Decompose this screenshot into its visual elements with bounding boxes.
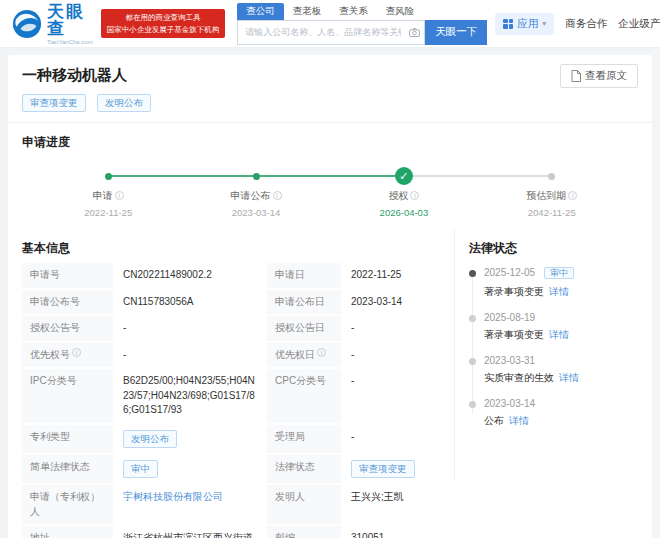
- nav-enterprise-products[interactable]: 企业级产品 ▾: [618, 17, 660, 31]
- apps-grid-icon: [503, 19, 513, 29]
- legal-status-section: 法律状态 2025-12-05 审中 著录事项变更详情 2025-08-19 著…: [454, 229, 638, 479]
- detail-link[interactable]: 详情: [549, 329, 569, 340]
- info-value-address: 浙江省杭州市滨江区西兴街道东流路88号1幢306室: [115, 526, 265, 538]
- document-icon: [571, 70, 581, 82]
- step-dot: [253, 173, 260, 180]
- basic-info-table: 申请号 CN202211489002.2 申请日 2022-11-25 申请公布…: [22, 263, 442, 538]
- status-badge: 审中: [544, 267, 574, 279]
- info-value-ipc-class: B62D25/00;H04N23/55;H04N23/57;H04N23/698…: [115, 369, 265, 423]
- applicant-link[interactable]: 宇树科技股份有限公司: [115, 485, 265, 524]
- logo-eye-icon: [12, 9, 42, 39]
- info-icon[interactable]: i: [410, 191, 419, 200]
- info-value-patent-type: 发明公布: [115, 425, 265, 453]
- search-tabs: 查公司 查老板 查关系 查风险: [237, 3, 487, 20]
- promo-line1: 都在用的商业查询工具: [107, 12, 220, 23]
- info-label: CPC分类号: [267, 369, 341, 423]
- logo-subtext: TianYanCha.com: [47, 39, 93, 45]
- info-value-application-number: CN202211489002.2: [115, 263, 265, 288]
- info-label: 申请号: [22, 263, 113, 288]
- promo-line2: 国家中小企业发展子基金旗下机构: [107, 24, 220, 35]
- view-original-button[interactable]: 查看原文: [560, 64, 638, 88]
- logo-text: 天眼查: [47, 3, 93, 37]
- top-navbar: 天眼查 TianYanCha.com 都在用的商业查询工具 国家中小企业发展子基…: [0, 0, 660, 48]
- progress-step-publication: 申请公布i 2023-03-14: [201, 165, 311, 218]
- search-tab-risk[interactable]: 查风险: [377, 3, 424, 20]
- progress-step-grant: ✓ 授权i 2026-04-03: [349, 165, 459, 218]
- tag-review-change: 审查项变更: [22, 94, 86, 112]
- info-value-publication-date: 2023-03-14: [343, 290, 440, 315]
- info-value-priority-date: -: [343, 343, 440, 368]
- legal-status-timeline: 2025-12-05 审中 著录事项变更详情 2025-08-19 著录事项变更…: [469, 267, 638, 428]
- search-button[interactable]: 天眼一下: [425, 20, 487, 45]
- tag-invention-publication: 发明公布: [97, 94, 151, 112]
- legal-status-heading: 法律状态: [469, 240, 638, 257]
- info-value-priority-number: -: [115, 343, 265, 368]
- info-label: 申请公布号: [22, 290, 113, 315]
- info-value-simple-legal-status: 审中: [115, 455, 265, 483]
- simple-legal-status-tag: 审中: [123, 460, 158, 478]
- application-progress-timeline: 申请i 2022-11-25 申请公布i 2023-03-14 ✓ 授权i 20…: [22, 165, 638, 227]
- promo-banner: 都在用的商业查询工具 国家中小企业发展子基金旗下机构: [101, 9, 226, 38]
- legal-status-tag: 审查项变更: [351, 460, 415, 478]
- info-value-application-date: 2022-11-25: [343, 263, 440, 288]
- tianyancha-logo[interactable]: 天眼查 TianYanCha.com: [12, 3, 93, 45]
- detail-link[interactable]: 详情: [549, 286, 569, 297]
- info-icon[interactable]: i: [273, 191, 282, 200]
- detail-link[interactable]: 详情: [559, 372, 579, 383]
- info-label: 专利类型: [22, 425, 113, 453]
- info-label: 申请公布日: [267, 290, 341, 315]
- legal-status-item: 2025-08-19 著录事项变更详情: [469, 312, 638, 342]
- legal-status-item: 2023-03-31 实质审查的生效详情: [469, 355, 638, 385]
- search-tab-company[interactable]: 查公司: [237, 3, 284, 20]
- check-circle-icon: ✓: [395, 167, 413, 185]
- info-label: 授权公告号: [22, 316, 113, 341]
- info-label: 授权公告日: [267, 316, 341, 341]
- info-label: 法律状态: [267, 455, 341, 483]
- info-value-legal-status: 审查项变更: [343, 455, 440, 483]
- info-icon[interactable]: i: [568, 191, 577, 200]
- info-icon[interactable]: i: [317, 348, 326, 357]
- info-label: 申请（专利权）人: [22, 485, 113, 524]
- info-label: 申请日: [267, 263, 341, 288]
- info-value-accepting-office: -: [343, 425, 440, 453]
- info-label: 地址: [22, 526, 113, 538]
- step-dot: [548, 173, 555, 180]
- search-area: 查公司 查老板 查关系 查风险 天眼一下: [237, 3, 487, 45]
- info-value-postcode: 310051: [343, 526, 440, 538]
- info-label: IPC分类号: [22, 369, 113, 423]
- legal-status-item: 2023-03-14 公布详情: [469, 398, 638, 428]
- camera-search-icon[interactable]: [405, 20, 425, 45]
- progress-step-expiry: 预估到期i 2042-11-25: [497, 165, 607, 218]
- patent-detail-card: 一种移动机器人 审查项变更 发明公布 查看原文 申请进度 申请i 2022-11…: [8, 55, 652, 538]
- info-label: 发明人: [267, 485, 341, 524]
- info-value-inventors: 王兴兴;王凯: [343, 485, 440, 524]
- patent-type-tag: 发明公布: [123, 430, 177, 448]
- info-label: 优先权日i: [267, 343, 341, 368]
- info-icon[interactable]: i: [115, 191, 124, 200]
- basic-info-section: 基本信息 申请号 CN202211489002.2 申请日 2022-11-25…: [22, 229, 442, 538]
- info-label: 受理局: [267, 425, 341, 453]
- info-label: 邮编: [267, 526, 341, 538]
- search-tab-boss[interactable]: 查老板: [284, 3, 331, 20]
- info-icon[interactable]: i: [72, 348, 81, 357]
- page: 天眼查 TianYanCha.com 都在用的商业查询工具 国家中小企业发展子基…: [0, 0, 660, 538]
- step-dot: [105, 173, 112, 180]
- progress-heading: 申请进度: [22, 134, 638, 151]
- chevron-down-icon: ▾: [542, 19, 546, 28]
- apps-menu[interactable]: 应用 ▾: [495, 13, 554, 35]
- basic-info-heading: 基本信息: [22, 240, 442, 257]
- info-value-publication-number: CN115783056A: [115, 290, 265, 315]
- search-tab-relation[interactable]: 查关系: [330, 3, 377, 20]
- progress-step-application: 申请i 2022-11-25: [53, 165, 163, 218]
- info-label: 优先权号i: [22, 343, 113, 368]
- info-value-grant-number: -: [115, 316, 265, 341]
- info-value-cpc-class: -: [343, 369, 440, 423]
- legal-status-item: 2025-12-05 审中 著录事项变更详情: [469, 267, 638, 299]
- search-input[interactable]: [237, 20, 405, 45]
- nav-business-cooperation[interactable]: 商务合作: [565, 17, 607, 31]
- detail-link[interactable]: 详情: [509, 415, 529, 426]
- topbar-right: 应用 ▾ 商务合作 企业级产品 ▾ VIP 企业查询 此处有... ▾: [495, 12, 660, 36]
- divider: [8, 122, 652, 123]
- patent-tags: 审查项变更 发明公布: [22, 92, 158, 112]
- info-label: 简单法律状态: [22, 455, 113, 483]
